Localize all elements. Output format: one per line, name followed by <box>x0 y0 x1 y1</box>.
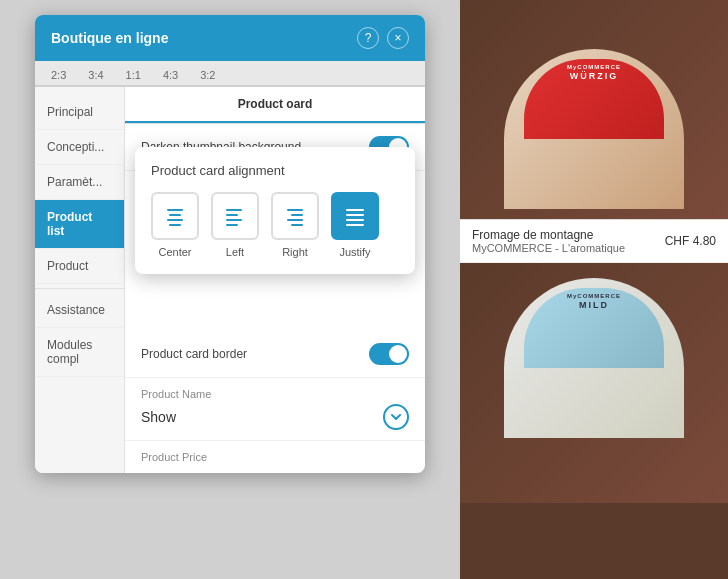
modal-header: Boutique en ligne ? × <box>35 15 425 61</box>
product-name-chevron-button[interactable] <box>383 404 409 430</box>
tab-ratio-4[interactable]: 4:3 <box>155 65 186 85</box>
tab-ratio-1[interactable]: 2:3 <box>43 65 74 85</box>
align-option-right[interactable]: Right <box>271 192 319 258</box>
justify-align-icon <box>343 204 367 228</box>
align-btn-center[interactable] <box>151 192 199 240</box>
cheese-label-top: MyCOMMERCE WÜRZIG <box>567 64 621 82</box>
svg-rect-0 <box>167 209 183 211</box>
product-name-value: Show <box>141 409 176 425</box>
tab-ratio-3[interactable]: 1:1 <box>118 65 149 85</box>
svg-rect-15 <box>346 224 364 226</box>
sidebar-item-product-list[interactable]: Product list <box>35 200 124 249</box>
svg-rect-5 <box>226 214 238 216</box>
modal-card: Boutique en ligne ? × 2:3 3:4 1:1 4:3 3:… <box>35 15 425 473</box>
cheese-image-top: MyCOMMERCE WÜRZIG <box>504 49 684 209</box>
preview-panel: MyCOMMERCE WÜRZIG Fromage de montagne My… <box>460 0 728 579</box>
sidebar: Principal Concepti... Paramèt... Product… <box>35 87 125 473</box>
close-button[interactable]: × <box>387 27 409 49</box>
svg-rect-9 <box>291 214 303 216</box>
modal-title: Boutique en ligne <box>51 30 168 46</box>
sidebar-item-concepti[interactable]: Concepti... <box>35 130 124 165</box>
tab-ratio-5[interactable]: 3:2 <box>192 65 223 85</box>
product-card-border-toggle[interactable]: ✓ <box>369 343 409 365</box>
align-btn-left[interactable] <box>211 192 259 240</box>
chevron-down-icon <box>389 410 403 424</box>
svg-rect-11 <box>291 224 303 226</box>
svg-rect-10 <box>287 219 303 221</box>
align-option-justify[interactable]: Justify <box>331 192 379 258</box>
product-brand-text: MyCOMMERCE - L'aromatique <box>472 242 625 254</box>
sidebar-item-paramet[interactable]: Paramèt... <box>35 165 124 200</box>
svg-rect-14 <box>346 219 364 221</box>
product-card-border-row: Product card border ✓ <box>125 331 425 378</box>
border-toggle-knob <box>389 345 407 363</box>
align-label-left: Left <box>226 246 244 258</box>
align-option-left[interactable]: Left <box>211 192 259 258</box>
sidebar-item-product[interactable]: Product <box>35 249 124 284</box>
alignment-popup-title: Product card alignment <box>151 163 399 178</box>
product-name-text: Fromage de montagne <box>472 228 625 242</box>
cheese-image-bottom: MyCOMMERCE MILD <box>504 278 684 438</box>
left-panel: Boutique en ligne ? × 2:3 3:4 1:1 4:3 3:… <box>0 0 460 579</box>
sidebar-separator <box>35 288 124 289</box>
svg-rect-7 <box>226 224 238 226</box>
right-align-icon <box>283 204 307 228</box>
svg-rect-2 <box>167 219 183 221</box>
sidebar-item-assistance[interactable]: Assistance <box>35 293 124 328</box>
product-price-display: CHF 4.80 <box>665 234 716 248</box>
tab-ratio-2[interactable]: 3:4 <box>80 65 111 85</box>
svg-rect-6 <box>226 219 242 221</box>
product-name-display: Fromage de montagne MyCOMMERCE - L'aroma… <box>472 228 625 254</box>
svg-rect-1 <box>169 214 181 216</box>
product-name-row: Product Name Show <box>125 378 425 441</box>
align-label-center: Center <box>158 246 191 258</box>
product-name-label: Product Name <box>141 388 409 400</box>
product-price-row: Product Price <box>125 441 425 473</box>
product-price-label: Product Price <box>141 451 207 463</box>
sidebar-item-principal[interactable]: Principal <box>35 95 124 130</box>
alignment-popup: Product card alignment <box>135 147 415 274</box>
panel-body: Principal Concepti... Paramèt... Product… <box>35 87 425 473</box>
product-item-bottom: MyCOMMERCE MILD <box>460 263 728 503</box>
align-btn-justify[interactable] <box>331 192 379 240</box>
center-align-icon <box>163 204 187 228</box>
align-btn-right[interactable] <box>271 192 319 240</box>
svg-rect-4 <box>226 209 242 211</box>
align-option-center[interactable]: Center <box>151 192 199 258</box>
sidebar-item-modules[interactable]: Modules compl <box>35 328 124 377</box>
svg-rect-12 <box>346 209 364 211</box>
tabs-row: 2:3 3:4 1:1 4:3 3:2 <box>35 61 425 87</box>
svg-rect-3 <box>169 224 181 226</box>
cheese-label-bottom: MyCOMMERCE MILD <box>567 293 621 311</box>
sub-tab-product-card[interactable]: Product oard <box>125 87 425 123</box>
main-content: Product oard Darken thumbnail background… <box>125 87 425 473</box>
help-button[interactable]: ? <box>357 27 379 49</box>
align-label-right: Right <box>282 246 308 258</box>
sub-tabs: Product oard <box>125 87 425 124</box>
svg-rect-13 <box>346 214 364 216</box>
product-name-value-row: Show <box>141 404 409 430</box>
svg-rect-8 <box>287 209 303 211</box>
modal-header-actions: ? × <box>357 27 409 49</box>
align-label-justify: Justify <box>339 246 370 258</box>
alignment-options: Center <box>151 192 399 258</box>
left-align-icon <box>223 204 247 228</box>
product-item-top: MyCOMMERCE WÜRZIG <box>460 0 728 220</box>
border-toggle-check-icon: ✓ <box>396 348 405 361</box>
product-card-border-label: Product card border <box>141 347 247 361</box>
product-info-bar: Fromage de montagne MyCOMMERCE - L'aroma… <box>460 220 728 263</box>
